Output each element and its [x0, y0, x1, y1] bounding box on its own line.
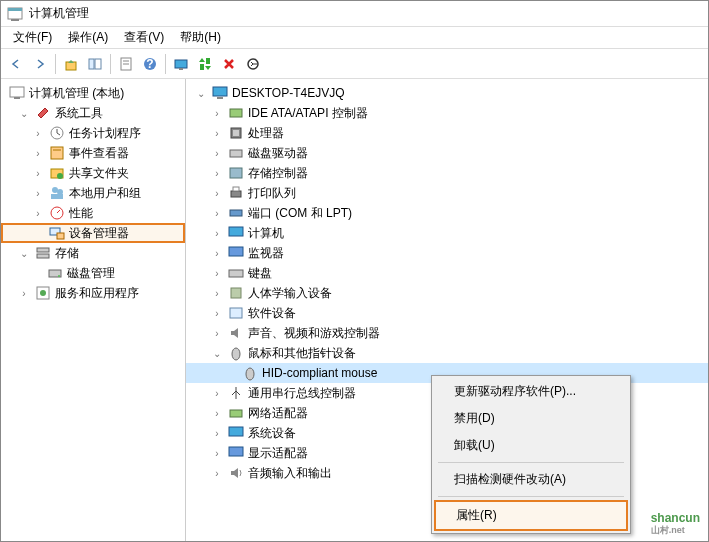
properties-button[interactable] [115, 53, 137, 75]
expand-icon[interactable]: › [31, 166, 45, 180]
dev-diskdrive[interactable]: ›磁盘驱动器 [186, 143, 708, 163]
window-title: 计算机管理 [29, 5, 89, 22]
expand-icon[interactable]: › [210, 406, 224, 420]
dev-computer[interactable]: ⌄DESKTOP-T4EJVJQ [186, 83, 708, 103]
scan-button[interactable] [170, 53, 192, 75]
expand-icon[interactable]: › [210, 106, 224, 120]
expand-icon[interactable]: › [31, 126, 45, 140]
back-button[interactable] [5, 53, 27, 75]
expand-icon[interactable]: › [210, 426, 224, 440]
tree-services[interactable]: › 服务和应用程序 [1, 283, 185, 303]
menu-properties[interactable]: 属性(R) [434, 500, 628, 531]
expand-icon[interactable]: › [31, 206, 45, 220]
show-hide-button[interactable] [84, 53, 106, 75]
menu-separator [438, 496, 624, 497]
collapse-icon[interactable]: ⌄ [210, 346, 224, 360]
pc-icon [212, 85, 228, 101]
svg-rect-46 [229, 247, 243, 256]
expand-icon[interactable]: › [31, 186, 45, 200]
storagectl-icon [228, 165, 244, 181]
tree-devicemanager[interactable]: 设备管理器 [1, 223, 185, 243]
svg-rect-19 [51, 147, 63, 159]
expand-icon[interactable]: › [210, 146, 224, 160]
svg-rect-13 [200, 64, 204, 70]
tree-localusers[interactable]: › 本地用户和组 [1, 183, 185, 203]
svg-point-51 [246, 368, 254, 380]
menu-file[interactable]: 文件(F) [5, 27, 60, 48]
dev-hid[interactable]: ›人体学输入设备 [186, 283, 708, 303]
dev-keyboards[interactable]: ›键盘 [186, 263, 708, 283]
menu-help[interactable]: 帮助(H) [172, 27, 229, 48]
help-button[interactable]: ? [139, 53, 161, 75]
dev-ports[interactable]: ›端口 (COM 和 LPT) [186, 203, 708, 223]
disable-button[interactable] [218, 53, 240, 75]
dev-storagectl[interactable]: ›存储控制器 [186, 163, 708, 183]
svg-rect-2 [11, 19, 19, 21]
tree-performance[interactable]: › 性能 [1, 203, 185, 223]
expand-icon[interactable]: › [31, 146, 45, 160]
svg-point-50 [232, 348, 240, 360]
tree-storage[interactable]: ⌄ 存储 [1, 243, 185, 263]
monitor-icon [228, 225, 244, 241]
svg-point-34 [40, 290, 46, 296]
svg-rect-30 [37, 254, 49, 258]
expand-icon[interactable]: › [210, 306, 224, 320]
expand-icon[interactable]: › [17, 286, 31, 300]
collapse-icon[interactable]: ⌄ [17, 106, 31, 120]
expand-icon[interactable]: › [210, 126, 224, 140]
up-button[interactable] [60, 53, 82, 75]
tree-systools[interactable]: ⌄ 系统工具 [1, 103, 185, 123]
expand-icon[interactable]: › [210, 386, 224, 400]
menu-update-driver[interactable]: 更新驱动程序软件(P)... [434, 378, 628, 405]
svg-rect-3 [66, 62, 76, 70]
tree-root[interactable]: 计算机管理 (本地) [1, 83, 185, 103]
forward-button[interactable] [29, 53, 51, 75]
svg-rect-54 [229, 447, 243, 456]
cpu-icon [228, 125, 244, 141]
disk-icon [47, 265, 63, 281]
dev-computers[interactable]: ›计算机 [186, 223, 708, 243]
ide-icon [228, 105, 244, 121]
svg-rect-49 [230, 308, 242, 318]
expand-icon[interactable]: › [210, 206, 224, 220]
expand-icon[interactable]: › [210, 286, 224, 300]
expand-icon[interactable]: › [210, 446, 224, 460]
dev-mice[interactable]: ⌄鼠标和其他指针设备 [186, 343, 708, 363]
dev-sound[interactable]: ›声音、视频和游戏控制器 [186, 323, 708, 343]
update-button[interactable] [194, 53, 216, 75]
menu-uninstall[interactable]: 卸载(U) [434, 432, 628, 459]
collapse-icon[interactable]: ⌄ [194, 86, 208, 100]
audio-icon [228, 465, 244, 481]
tree-eventviewer[interactable]: › 事件查看器 [1, 143, 185, 163]
svg-rect-48 [231, 288, 241, 298]
tree-diskmgmt[interactable]: 磁盘管理 [1, 263, 185, 283]
expand-icon[interactable]: › [210, 326, 224, 340]
expand-icon[interactable]: › [210, 186, 224, 200]
network-icon [228, 405, 244, 421]
menu-scan-hw[interactable]: 扫描检测硬件改动(A) [434, 466, 628, 493]
left-tree: 计算机管理 (本地) ⌄ 系统工具 › 任务计划程序 › 事件查看器 › 共享文… [1, 79, 186, 541]
dev-monitors[interactable]: ›监视器 [186, 243, 708, 263]
tree-taskscheduler[interactable]: › 任务计划程序 [1, 123, 185, 143]
expand-icon[interactable]: › [210, 166, 224, 180]
svg-text:?: ? [146, 57, 153, 71]
svg-rect-12 [179, 68, 183, 70]
menu-action[interactable]: 操作(A) [60, 27, 116, 48]
dev-printqueue[interactable]: ›打印队列 [186, 183, 708, 203]
menubar: 文件(F) 操作(A) 查看(V) 帮助(H) [1, 27, 708, 49]
menu-disable[interactable]: 禁用(D) [434, 405, 628, 432]
uninstall-button[interactable] [242, 53, 264, 75]
expand-icon[interactable]: › [210, 226, 224, 240]
svg-rect-4 [89, 59, 94, 69]
dev-software[interactable]: ›软件设备 [186, 303, 708, 323]
expand-icon[interactable]: › [210, 466, 224, 480]
svg-rect-36 [217, 97, 223, 99]
dev-ide[interactable]: ›IDE ATA/ATAPI 控制器 [186, 103, 708, 123]
menu-view[interactable]: 查看(V) [116, 27, 172, 48]
dev-processor[interactable]: ›处理器 [186, 123, 708, 143]
expand-icon[interactable]: › [210, 266, 224, 280]
collapse-icon[interactable]: ⌄ [17, 246, 31, 260]
tree-sharedfolders[interactable]: › 共享文件夹 [1, 163, 185, 183]
monitor-icon [228, 245, 244, 261]
expand-icon[interactable]: › [210, 246, 224, 260]
